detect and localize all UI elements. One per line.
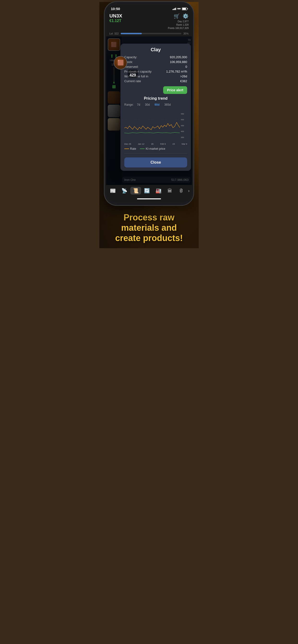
level-badge: Level 429 bbox=[128, 70, 138, 78]
stat-value-3: 1,276,782 m³/h bbox=[166, 70, 187, 73]
range-7d[interactable]: 7d bbox=[135, 102, 141, 107]
signal-icon bbox=[173, 8, 176, 10]
nav-chevron[interactable]: › bbox=[187, 187, 191, 194]
modal-card: 🟫 Level 429 Clay Capacity: 920,205,000 bbox=[120, 44, 191, 171]
promo-heading: Process raw materials and create product… bbox=[104, 212, 194, 244]
nav-trade-icon: 🔄 bbox=[144, 188, 150, 194]
nav-oil-icon: 🛢 bbox=[179, 188, 184, 194]
game-content: 🟫 ⬆⬆ Upgrade 12% bbox=[106, 36, 192, 185]
clay-icon: 🟫 bbox=[114, 56, 127, 70]
range-label: Range: bbox=[124, 103, 134, 106]
home-bar bbox=[137, 198, 161, 199]
header-meta: Day 2,977 Rank 1,328 Points 160,917,329 bbox=[168, 20, 189, 30]
stat-row-5: Current rate €382 bbox=[124, 79, 187, 83]
header-left: UN3X €1.12T bbox=[109, 13, 122, 23]
svg-text:550: 550 bbox=[181, 113, 184, 115]
nav-factory[interactable]: 🏭 bbox=[153, 187, 164, 194]
stat-value-1: 106,959,880 bbox=[170, 60, 187, 64]
svg-text:350: 350 bbox=[181, 136, 184, 138]
status-bar: 10:50 ▾▾ bbox=[106, 5, 192, 12]
svg-text:400: 400 bbox=[181, 130, 184, 132]
battery-icon bbox=[182, 8, 187, 10]
legend-dot-green bbox=[140, 148, 145, 149]
legend-ki-label: KI-market price bbox=[146, 147, 165, 150]
range-30d[interactable]: 30d bbox=[143, 102, 151, 107]
legend-rate-label: Rate bbox=[130, 147, 136, 150]
nav-radar-icon: 📡 bbox=[121, 188, 127, 194]
stat-value-4: >26d bbox=[180, 74, 187, 78]
points-label: Points 160,917,329 bbox=[168, 26, 189, 30]
svg-text:450: 450 bbox=[181, 124, 184, 127]
nav-news-icon: 📰 bbox=[110, 188, 116, 194]
range-90d[interactable]: 90d bbox=[153, 102, 161, 107]
nav-bank[interactable]: 🏛 bbox=[164, 187, 175, 194]
chart-svg: 550 500 450 400 350 bbox=[124, 109, 187, 142]
home-indicator bbox=[106, 196, 192, 202]
nav-news[interactable]: 📰 bbox=[107, 187, 118, 194]
promo-line3: create products! bbox=[115, 233, 183, 243]
pricing-trend-section: Pricing trend Range: 7d 30d 90d 365d bbox=[124, 96, 187, 150]
stat-value-0: 920,205,000 bbox=[170, 55, 187, 59]
level-label: Lvl. 322 bbox=[109, 32, 119, 35]
status-time: 10:50 bbox=[111, 7, 120, 11]
stats-section: Capacity: 920,205,000 Stock: 106,959,880… bbox=[124, 55, 187, 83]
nav-factory-icon: 🏭 bbox=[156, 188, 162, 194]
nav-oil[interactable]: 🛢 bbox=[176, 187, 187, 194]
stat-row-1: Stock: 106,959,880 bbox=[124, 60, 187, 64]
bottom-nav: 📰 📡 📜 🔄 🏭 🏛 🛢 bbox=[106, 185, 192, 196]
pricing-trend-title: Pricing trend bbox=[124, 96, 187, 100]
cart-icon[interactable]: 🛒 bbox=[174, 13, 180, 19]
chart-wrapper: 550 500 450 400 350 bbox=[124, 109, 187, 143]
stat-value-5: €382 bbox=[180, 79, 187, 83]
price-alert-button[interactable]: Price alert bbox=[163, 86, 187, 94]
svg-text:500: 500 bbox=[181, 118, 184, 121]
level-bar-fill bbox=[121, 33, 142, 34]
close-button[interactable]: Close bbox=[124, 158, 187, 168]
stat-label-0: Capacity: bbox=[124, 55, 137, 59]
range-365d[interactable]: 365d bbox=[163, 102, 172, 107]
nav-scroll[interactable]: 📜 bbox=[130, 187, 141, 194]
nav-radar[interactable]: 📡 bbox=[119, 187, 129, 194]
header-right: 🛒 ⚙️ Day 2,977 Rank 1,328 Points 160,917… bbox=[168, 13, 189, 30]
stat-label-5: Current rate bbox=[124, 79, 141, 83]
status-icons: ▾▾ bbox=[173, 7, 187, 10]
settings-icon[interactable]: ⚙️ bbox=[183, 13, 189, 19]
level-badge-label: Level bbox=[129, 70, 136, 73]
rank-label: Rank 1,328 bbox=[168, 23, 189, 26]
legend-dot-yellow bbox=[124, 148, 129, 149]
header-icons: 🛒 ⚙️ bbox=[168, 13, 189, 19]
promo-line1: Process raw bbox=[123, 212, 175, 222]
nav-scroll-icon: 📜 bbox=[133, 188, 139, 194]
wifi-icon: ▾▾ bbox=[177, 7, 181, 10]
level-bar-container: Lvl. 322 35% bbox=[106, 32, 192, 36]
promo-line2: materials and bbox=[121, 223, 177, 233]
app-money: €1.12T bbox=[109, 19, 122, 23]
level-pct: 35% bbox=[183, 32, 189, 35]
modal-title: Clay bbox=[124, 47, 187, 52]
promo-text: Process raw materials and create product… bbox=[99, 205, 199, 248]
nav-trade[interactable]: 🔄 bbox=[141, 187, 152, 194]
nav-bank-icon: 🏛 bbox=[168, 188, 172, 194]
stat-row-0: Capacity: 920,205,000 bbox=[124, 55, 187, 59]
modal-divider bbox=[124, 153, 187, 154]
stat-row-2: Reserved: 0 bbox=[124, 65, 187, 68]
app-header: UN3X €1.12T 🛒 ⚙️ Day 2,977 Rank 1,328 Po… bbox=[106, 12, 192, 32]
app-title: UN3X bbox=[109, 13, 122, 19]
day-label: Day 2,977 bbox=[168, 20, 189, 23]
level-bar-bg bbox=[121, 33, 181, 34]
level-badge-value: 429 bbox=[129, 73, 136, 78]
clay-emoji: 🟫 bbox=[117, 60, 124, 66]
legend-rate: Rate bbox=[124, 147, 136, 150]
chart-legend: Rate KI-market price bbox=[124, 147, 187, 150]
range-selector: Range: 7d 30d 90d 365d bbox=[124, 102, 187, 107]
legend-ki: KI-market price bbox=[140, 147, 165, 150]
stat-value-2: 0 bbox=[186, 65, 187, 68]
